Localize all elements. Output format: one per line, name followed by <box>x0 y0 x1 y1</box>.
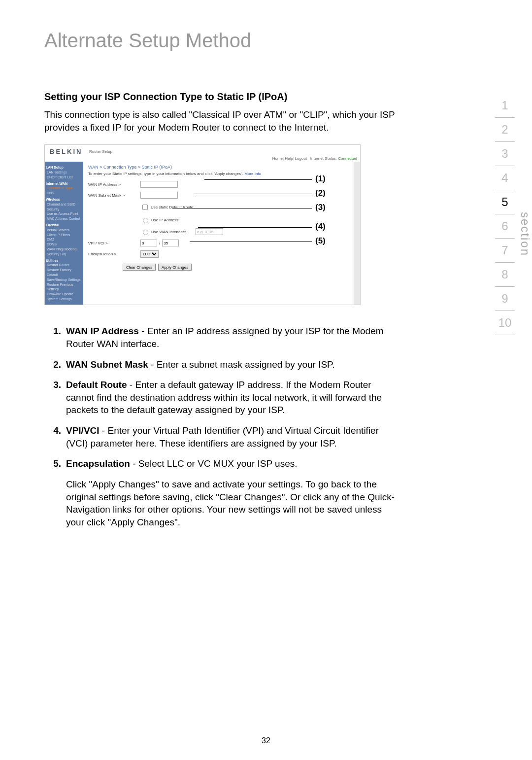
use-wan-if-label: Use WAN Interface: <box>151 230 196 234</box>
section-subtitle: Setting your ISP Connection Type to Stat… <box>44 91 488 103</box>
use-wan-if-radio[interactable] <box>143 230 148 235</box>
sidebar-conn-type[interactable]: Connection Type <box>46 186 82 191</box>
belkin-logo: BELKIN <box>50 148 82 155</box>
router-screenshot: BELKIN Router Setup Home|Help|Logout Int… <box>44 144 361 305</box>
section-nav-3[interactable]: 3 <box>490 142 520 166</box>
logout-link[interactable]: Logout <box>295 156 307 161</box>
section-nav-4[interactable]: 4 <box>490 166 520 190</box>
router-sidebar: LAN Setup LAN Settings DHCP Client List … <box>45 162 83 305</box>
sidebar-seclog[interactable]: Security Log <box>46 252 82 257</box>
router-setup-label: Router Setup <box>89 149 112 154</box>
callout-line-4 <box>198 227 312 228</box>
sidebar-dmz[interactable]: DMZ <box>46 237 82 242</box>
sidebar-channel[interactable]: Channel and SSID <box>46 202 82 207</box>
sidebar-internet-wan: Internet WAN <box>46 181 82 186</box>
sidebar-ap[interactable]: Use as Access Point <box>46 211 82 216</box>
row-default-route: Use static Default Route: <box>88 203 349 212</box>
sidebar-virtual[interactable]: Virtual Servers <box>46 228 82 233</box>
help-link[interactable]: Help <box>285 156 293 161</box>
router-instruction: To enter your Static IP settings, type i… <box>88 172 349 176</box>
router-main: WAN > Connection Type > Static IP (IPoA)… <box>83 162 354 305</box>
status-value: Connected <box>338 156 357 161</box>
callout-line-5 <box>190 242 312 242</box>
more-info-link[interactable]: More Info <box>244 172 261 176</box>
section-label: section <box>518 212 532 256</box>
callout-1: (1) <box>315 174 326 184</box>
vpi-input[interactable] <box>140 240 157 246</box>
page-title: Alternate Setup Method <box>44 30 488 52</box>
vpi-vci-label: VPI / VCI > <box>88 241 140 245</box>
scrollbar[interactable] <box>354 162 360 305</box>
apply-changes-button[interactable]: Apply Changes <box>158 264 192 271</box>
sidebar-dhcp[interactable]: DHCP Client List <box>46 175 82 180</box>
sidebar-ddns[interactable]: DDNS <box>46 242 82 247</box>
sidebar-restore[interactable]: Restore Previous Settings <box>46 282 82 292</box>
row-use-ip: Use IP Address: <box>88 216 349 224</box>
section-nav-1[interactable]: 1 <box>490 94 520 117</box>
callout-4: (4) <box>315 222 326 232</box>
section-nav-7[interactable]: 7 <box>490 239 520 262</box>
sidebar-firewall: Firewall <box>46 223 82 228</box>
wan-ip-label: WAN IP Address > <box>88 182 140 187</box>
instruction-list: 1.WAN IP Address - Enter an IP address a… <box>44 325 399 528</box>
breadcrumb: WAN > Connection Type > Static IP (IPoA) <box>88 165 349 170</box>
sidebar-wireless: Wireless <box>46 197 82 202</box>
section-nav: 1 2 3 4 5 6 7 8 9 10 <box>490 94 520 335</box>
callout-3: (3) <box>315 203 326 212</box>
use-ip-label: Use IP Address: <box>151 218 179 222</box>
default-route-label: Use static Default Route: <box>151 205 194 209</box>
sidebar-factory[interactable]: Restore Factory Default <box>46 268 82 277</box>
clear-changes-button[interactable]: Clear Changes <box>123 264 156 271</box>
section-nav-2[interactable]: 2 <box>490 118 520 141</box>
section-nav-8[interactable]: 8 <box>490 263 520 286</box>
callout-5: (5) <box>315 236 326 246</box>
row-wan-ip: WAN IP Address > <box>88 181 349 188</box>
callout-line-2 <box>194 194 312 194</box>
sidebar-lan-settings[interactable]: LAN Settings <box>46 170 82 175</box>
wan-if-input[interactable] <box>196 228 223 235</box>
callout-line-3 <box>172 208 312 208</box>
subnet-input[interactable] <box>140 192 178 199</box>
callout-2: (2) <box>315 188 326 198</box>
row-use-wan-if: Use WAN Interface: <box>88 228 349 236</box>
default-route-checkbox[interactable] <box>142 205 148 210</box>
subnet-label: WAN Subnet Mask > <box>88 193 140 198</box>
top-links: Home|Help|Logout Internet Status: Connec… <box>272 156 357 161</box>
row-vpi-vci: VPI / VCI > / <box>88 240 349 246</box>
sidebar-wanping[interactable]: WAN Ping Blocking <box>46 247 82 252</box>
row-encap: Encapsulation > LLC <box>88 250 349 258</box>
sidebar-firmware[interactable]: Firmware Update <box>46 292 82 297</box>
intro-text: This connection type is also called "Cla… <box>44 108 399 134</box>
sidebar-lan-setup: LAN Setup <box>46 165 82 170</box>
sidebar-security[interactable]: Security <box>46 207 82 212</box>
use-ip-radio[interactable] <box>143 218 148 223</box>
encap-select[interactable]: LLC <box>140 250 159 258</box>
section-nav-5[interactable]: 5 <box>490 190 520 214</box>
row-subnet: WAN Subnet Mask > <box>88 192 349 199</box>
callout-line-1 <box>204 179 312 180</box>
vci-input[interactable] <box>162 240 179 246</box>
sidebar-dns[interactable]: DNS <box>46 191 82 196</box>
section-nav-9[interactable]: 9 <box>490 287 520 311</box>
sidebar-restart[interactable]: Restart Router <box>46 263 82 268</box>
extra-paragraph: Click "Apply Changes" to save and activa… <box>66 478 399 529</box>
encap-label: Encapsulation > <box>88 252 140 256</box>
section-nav-6[interactable]: 6 <box>490 214 520 238</box>
status-label: Internet Status: <box>310 156 337 161</box>
home-link[interactable]: Home <box>272 156 283 161</box>
sidebar-client[interactable]: Client IP Filters <box>46 233 82 238</box>
section-nav-10[interactable]: 10 <box>490 311 520 335</box>
sidebar-utilities: Utilities <box>46 258 82 263</box>
sidebar-system[interactable]: System Settings <box>46 297 82 302</box>
page-number: 32 <box>0 736 532 745</box>
sidebar-backup[interactable]: Save/Backup Settings <box>46 277 82 282</box>
sidebar-mac[interactable]: MAC Address Control <box>46 216 82 221</box>
vpi-vci-slash: / <box>159 241 160 245</box>
wan-ip-input[interactable] <box>140 181 178 188</box>
